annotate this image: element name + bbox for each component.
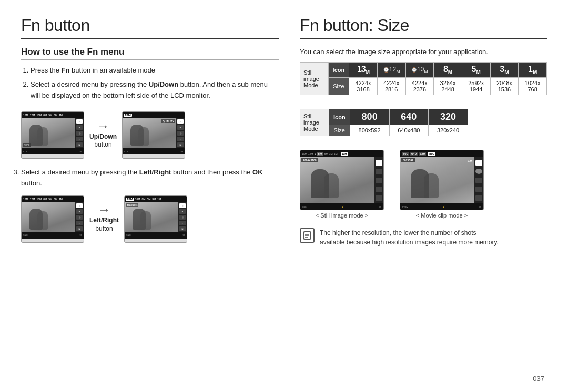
- right-title: Fn button: Size: [300, 16, 547, 35]
- right-column: Fn button: Size You can select the image…: [300, 16, 547, 381]
- right-divider: [300, 38, 547, 39]
- note-line2: available because high resolution images…: [320, 239, 499, 246]
- note-icon: [300, 228, 315, 243]
- size-13m: 4224x3168: [349, 78, 378, 95]
- svg-rect-0: [303, 232, 311, 239]
- step2: Select a desired menu by pressing the Up…: [31, 79, 279, 101]
- icon-800: 800: [350, 109, 389, 125]
- still-image-mode-label: StillimageMode: [300, 63, 329, 95]
- camera-before-leftright: 16M 12M 10M 8M 5M 3M 1M: [21, 195, 84, 243]
- icon-12m: ⌚12M: [377, 63, 405, 78]
- size-table-wrapper: StillimageMode Icon 13M ⌚12M ⌚10M 8M 5M …: [300, 62, 547, 102]
- still-mode-caption: < Still image mode >: [316, 212, 368, 219]
- size-table-high: StillimageMode Icon 13M ⌚12M ⌚10M 8M 5M …: [300, 62, 547, 95]
- leftright-demo-row: 16M 12M 10M 8M 5M 3M 1M: [21, 195, 279, 243]
- note-text: The higher the resolution, the lower the…: [320, 228, 499, 247]
- icon-8m: 8M: [434, 63, 462, 78]
- left-title: Fn button: [21, 16, 279, 35]
- movie-mode-demo: 800 640 320 800 800X592 2.0: [400, 150, 484, 219]
- updown-label-line2: button: [94, 141, 111, 148]
- page: Fn button How to use the Fn menu Press t…: [0, 0, 568, 392]
- still-image-mode-label2: StillimageMode: [300, 109, 329, 136]
- size-640: 640x480: [389, 125, 429, 136]
- how-to-title: How to use the Fn menu: [21, 47, 279, 60]
- updown-label-line1: Up/Down: [89, 133, 117, 140]
- arrow-right-icon: [95, 121, 111, 131]
- size-320: 320x240: [429, 125, 468, 136]
- note-box: The higher the resolution, the lower the…: [300, 228, 547, 247]
- step1-fn-bold: Fn: [62, 66, 70, 74]
- step3-text: Select a desired menu by pressing the Le…: [21, 167, 279, 189]
- left-divider: [21, 38, 279, 39]
- leftright-label-line2: button: [95, 225, 113, 232]
- still-mode-demo: 10M 12M ■ 8M 5M 3M 1M 13M 4224X3168: [300, 150, 384, 219]
- icon-header2: Icon: [329, 109, 350, 125]
- size-8m: 3264x2448: [434, 78, 462, 95]
- icon-13m: 13M: [349, 63, 378, 78]
- size-800: 800x592: [350, 125, 389, 136]
- instructions: Press the Fn button in an available mode…: [21, 65, 279, 104]
- camera-after-updown: 13M QUALITY ▶ ■ ◎ ☆: [122, 111, 185, 159]
- updown-arrow: Up/Down button: [89, 121, 117, 149]
- page-number: 037: [533, 375, 544, 383]
- size-10m: 4224x2376: [405, 78, 434, 95]
- icon-5m: 5M: [462, 63, 490, 78]
- step2-updown-bold: Up/Down: [149, 80, 178, 88]
- demo-cameras-right: 10M 12M ■ 8M 5M 3M 1M 13M 4224X3168: [300, 150, 547, 219]
- size-label: Size: [328, 78, 349, 95]
- icon-10m: ⌚10M: [405, 63, 434, 78]
- camera-after-leftright: 13M 10M 8M 5M 3M 1M 4224X2816: [124, 195, 187, 243]
- size-5m: 2592x1944: [462, 78, 490, 95]
- size-12m: 4224x2816: [377, 78, 405, 95]
- step3-leftright-bold: Left/Right: [139, 168, 171, 176]
- leftright-label: Left/Right button: [89, 216, 119, 233]
- updown-label: Up/Down button: [89, 133, 117, 149]
- step1: Press the Fn button in an available mode: [31, 65, 279, 76]
- still-mode-camera: 10M 12M ■ 8M 5M 3M 1M 13M 4224X3168: [300, 150, 384, 210]
- icon-3m: 3M: [490, 63, 519, 78]
- size-table-low-wrapper: StillimageMode Icon 800 640 320 Size 800…: [300, 109, 547, 143]
- step3-ok-bold: OK: [252, 168, 263, 176]
- movie-mode-caption: < Movie clip mode >: [416, 212, 468, 219]
- icon-320: 320: [429, 109, 468, 125]
- left-column: Fn button How to use the Fn menu Press t…: [21, 16, 279, 381]
- icon-640: 640: [389, 109, 429, 125]
- size-label2: Size: [329, 125, 350, 136]
- size-3m: 2048x1536: [490, 78, 519, 95]
- camera-before-updown: 16M 12M 10M 8M 5M 3M 1M SIZE: [21, 111, 84, 159]
- arrow-right-icon2: [96, 205, 112, 214]
- movie-mode-camera: 800 640 320 800 800X592 2.0: [400, 150, 484, 210]
- size-1m: 1024x768: [519, 78, 547, 95]
- icon-1m: 1M: [519, 63, 547, 78]
- intro-text: You can select the image size appropriat…: [300, 48, 547, 56]
- icon-header: Icon: [328, 63, 349, 78]
- note-line1: The higher the resolution, the lower the…: [320, 229, 476, 236]
- updown-demo-row: 16M 12M 10M 8M 5M 3M 1M SIZE: [21, 111, 279, 159]
- leftright-label-line1: Left/Right: [89, 216, 119, 224]
- leftright-arrow: Left/Right button: [89, 205, 119, 233]
- size-table-low: StillimageMode Icon 800 640 320 Size 800…: [300, 109, 468, 136]
